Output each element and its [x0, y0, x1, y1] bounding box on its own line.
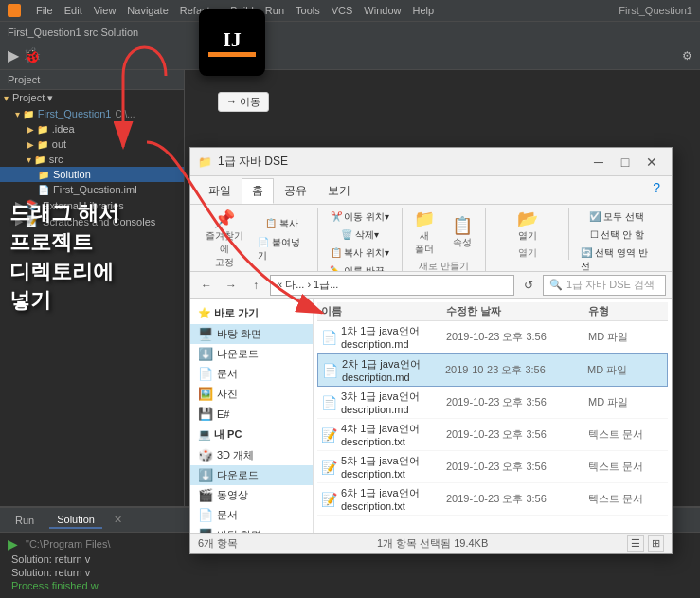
copy-icon: 📋 복사 — [265, 217, 298, 230]
run-line-2: Solution: return v — [8, 567, 692, 578]
file-type: 텍스트 문서 — [588, 492, 664, 506]
ribbon-tab-view[interactable]: 보기 — [317, 178, 361, 204]
list-view-btn[interactable]: ☰ — [627, 535, 644, 552]
menu-vcs[interactable]: VCS — [332, 5, 353, 16]
tab-solution[interactable]: Solution — [49, 512, 102, 529]
nav-desktop[interactable]: 🖥️바탕 화면 — [190, 324, 313, 344]
project-panel-tab[interactable]: Project — [0, 70, 184, 90]
file-row[interactable]: 📄 3차 1급 java언어description.md 2019-10-23 … — [317, 387, 668, 419]
file-row[interactable]: 📝 6차 1급 java언어description.txt 2019-10-23… — [317, 483, 668, 516]
ribbon-btn-selectall[interactable]: ☑️ 모두 선택 — [577, 208, 656, 226]
ribbon-btn-rename[interactable]: ✏️ 이름 바꾸기 — [326, 263, 393, 271]
col-date[interactable]: 수정한 날짜 — [446, 304, 588, 318]
file-type: 텍스트 문서 — [588, 460, 664, 474]
ribbon-btn-pin[interactable]: 📌 즐겨찾기에고정 — [198, 208, 250, 271]
ribbon-btn-open[interactable]: 📂 열기 — [511, 208, 545, 245]
menu-run[interactable]: Run — [265, 5, 284, 16]
selectnone-icon: ☐ 선택 안 함 — [590, 228, 644, 242]
ribbon-tab-home[interactable]: 홈 — [242, 178, 274, 204]
search-box[interactable]: 🔍 1급 자바 DSE 검색 — [543, 275, 666, 296]
ide-breadcrumb: First_Question1 src Solution — [0, 21, 700, 42]
ribbon-btn-newfolder[interactable]: 📁 새폴더 — [407, 208, 441, 258]
file-name: 5차 1급 java언어description.txt — [341, 454, 446, 480]
menu-navigate[interactable]: Navigate — [127, 5, 168, 16]
minimize-button[interactable]: ─ — [586, 153, 611, 172]
tab-close-icon[interactable]: ✕ — [114, 514, 122, 526]
ribbon-tab-file[interactable]: 파일 — [198, 178, 242, 204]
file-row[interactable]: 📄 1차 1급 java언어description.md 2019-10-23 … — [317, 321, 668, 353]
nav-up-button[interactable]: ↑ — [245, 275, 266, 296]
idea-folder-icon: ▶ 📁 — [27, 124, 48, 135]
nav-downloads-fav[interactable]: ⬇️나운로드 — [190, 344, 313, 364]
nav-downloads[interactable]: ⬇️다운로드 — [190, 465, 313, 485]
tree-out-label: out — [52, 138, 66, 150]
nav-refresh-button[interactable]: ↺ — [518, 275, 539, 296]
ribbon-tabs: 파일 홈 공유 보기 ? — [190, 176, 672, 205]
maximize-button[interactable]: □ — [613, 153, 637, 172]
nav-mypc-header[interactable]: 💻 내 PC — [190, 424, 313, 445]
tree-src[interactable]: ▾ 📁 src — [0, 152, 184, 167]
tree-idea[interactable]: ▶ 📁 .idea — [0, 121, 184, 136]
newfolder-label: 새폴더 — [415, 229, 434, 256]
explorer-dialog: 📁 1급 자바 DSE ─ □ ✕ 파일 홈 공유 보기 ? 📌 즐겨찾기에고 — [189, 147, 673, 554]
ribbon-btn-move[interactable]: ✂️ 이동 위치▾ — [326, 208, 393, 226]
file-icon: 📝 — [321, 492, 337, 507]
ribbon-btn-paste[interactable]: 📄 붙여넣기 — [254, 234, 310, 264]
address-bar[interactable]: « 다... › 1급... — [270, 275, 514, 296]
grid-view-btn[interactable]: ⊞ — [648, 535, 664, 552]
tree-project-label: Project ▾ — [12, 92, 53, 104]
explorer-body: ⭐ 바로 가기 🖥️바탕 화면 ⬇️나운로드 📄문서 🖼️사진 💾E# 💻 내 … — [190, 299, 672, 533]
tab-run[interactable]: Run — [8, 513, 42, 528]
ribbon-tab-share[interactable]: 공유 — [274, 178, 317, 204]
tree-first-question[interactable]: ▾ 📁 First_Question1 C:\... — [0, 106, 184, 121]
ribbon-btn-copy[interactable]: 📋 복사 — [254, 215, 310, 232]
col-name[interactable]: 이름 — [321, 304, 446, 318]
menu-window[interactable]: Window — [364, 5, 401, 16]
open-label: 열기 — [518, 229, 537, 243]
ribbon-help-icon[interactable]: ? — [649, 176, 664, 204]
nav-forward-button[interactable]: → — [221, 275, 242, 296]
file-row[interactable]: 📝 4차 1급 java언어description.txt 2019-10-23… — [317, 419, 668, 451]
tree-project-header[interactable]: ▾ Project ▾ — [0, 90, 184, 106]
tree-iml[interactable]: 📄 First_Question.iml — [0, 182, 184, 197]
ribbon-btn-delete[interactable]: 🗑️ 삭제▾ — [326, 227, 393, 244]
nav-documents-fav[interactable]: 📄문서 — [190, 364, 313, 384]
nav-3d-objects[interactable]: 🎲3D 개체 — [190, 445, 313, 465]
run-icon[interactable]: ▶ — [8, 536, 18, 552]
nav-videos[interactable]: 🎬동영상 — [190, 485, 313, 505]
nav-pictures-fav[interactable]: 🖼️사진 — [190, 384, 313, 404]
col-type[interactable]: 유형 — [588, 304, 664, 318]
toolbar-debug-btn[interactable]: 🐞 — [23, 46, 42, 64]
project-folder-icon: ▾ — [4, 93, 9, 103]
ribbon-btn-copy-to[interactable]: 📋 복사 위치▾ — [326, 245, 393, 262]
menu-file[interactable]: File — [36, 5, 53, 16]
ribbon-btn-selectnone[interactable]: ☐ 선택 안 함 — [577, 227, 656, 244]
rename-icon: ✏️ 이름 바꾸기 — [330, 264, 389, 271]
menu-help[interactable]: Help — [412, 5, 434, 16]
toolbar-run-btn[interactable]: ▶ — [8, 46, 19, 64]
ribbon-group-organize: ✂️ 이동 위치▾ 🗑️ 삭제▾ 📋 복사 위치▾ ✏️ 이름 바꾸기 구 — [326, 208, 402, 271]
close-button[interactable]: ✕ — [639, 153, 664, 172]
explorer-filelist: 이름 수정한 날짜 유형 📄 1차 1급 java언어description.m… — [314, 299, 672, 533]
tree-out[interactable]: ▶ 📁 out — [0, 136, 184, 152]
first-question-folder-icon: ▾ 📁 — [15, 109, 34, 119]
ribbon-btn-invertselect[interactable]: 🔄 선택 영역 반전 — [577, 245, 656, 271]
ribbon-btn-properties[interactable]: 📋 속성 — [445, 215, 479, 251]
korean-instruction-text: 드래그 해서프로젝트디렉토리에넣기 — [9, 199, 119, 316]
nav-back-button[interactable]: ← — [196, 275, 217, 296]
menu-edit[interactable]: Edit — [64, 5, 82, 16]
file-row[interactable]: 📄 2차 1급 java언어description.md 2019-10-23 … — [317, 353, 668, 387]
file-row[interactable]: 📝 5차 1급 java언어description.txt 2019-10-23… — [317, 451, 668, 483]
nav-documents[interactable]: 📄문서 — [190, 505, 313, 525]
menu-view[interactable]: View — [94, 5, 117, 16]
nav-e-drive[interactable]: 💾E# — [190, 404, 313, 424]
ide-menubar: File Edit View Navigate Refactor Build R… — [0, 0, 700, 21]
nav-desktop2[interactable]: 🖥️바탕 화면 — [190, 525, 313, 533]
tree-solution[interactable]: 📁 Solution — [0, 167, 184, 182]
menu-tools[interactable]: Tools — [296, 5, 320, 16]
toolbar-settings[interactable]: ⚙ — [682, 49, 692, 63]
file-icon: 📄 — [322, 363, 338, 378]
tree-path-hint: C:\... — [115, 109, 135, 119]
nav-favorites-header[interactable]: ⭐ 바로 가기 — [190, 302, 313, 324]
file-rows-container: 📄 1차 1급 java언어description.md 2019-10-23 … — [317, 321, 668, 516]
